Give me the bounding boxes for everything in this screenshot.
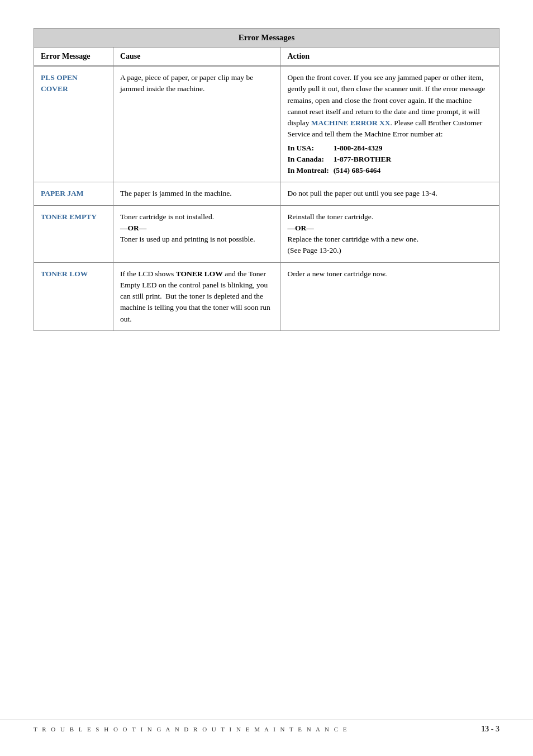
phone-label-montreal: In Montreal: bbox=[287, 165, 333, 176]
or-separator: —OR— bbox=[287, 224, 313, 232]
table-row: PAPER JAM The paper is jammed in the mac… bbox=[34, 182, 499, 205]
phone-label-canada: In Canada: bbox=[287, 154, 333, 165]
cause-toner-low: If the LCD shows TONER LOW and the Toner… bbox=[113, 262, 280, 330]
footer-left-text: T R O U B L E S H O O T I N G A N D R O … bbox=[34, 726, 349, 733]
error-code-toner-empty: TONER EMPTY bbox=[34, 205, 113, 262]
phone-number-usa: 1-800-284-4329 bbox=[334, 143, 392, 154]
machine-error-text: MACHINE ERROR XX bbox=[311, 119, 391, 127]
cause-paper-jam: The paper is jammed in the machine. bbox=[113, 182, 280, 205]
phone-label-usa: In USA: bbox=[287, 143, 333, 154]
action-toner-low: Order a new toner cartridge now. bbox=[280, 262, 499, 330]
error-code-text: TONER LOW bbox=[41, 270, 88, 278]
table-row: TONER EMPTY Toner cartridge is not insta… bbox=[34, 205, 499, 262]
action-paper-jam: Do not pull the paper out until you see … bbox=[280, 182, 499, 205]
phone-row-usa: In USA: 1-800-284-4329 bbox=[287, 143, 391, 154]
table-row: TONER LOW If the LCD shows TONER LOW and… bbox=[34, 262, 499, 330]
error-messages-table: Error Messages Error Message Cause Actio… bbox=[34, 29, 499, 330]
table-title-row: Error Messages bbox=[34, 29, 499, 48]
error-code-text: PLS OPEN COVER bbox=[41, 73, 78, 93]
column-header-row: Error Message Cause Action bbox=[34, 48, 499, 67]
cause-pls-open-cover: A page, piece of paper, or paper clip ma… bbox=[113, 66, 280, 182]
table-row: PLS OPEN COVER A page, piece of paper, o… bbox=[34, 66, 499, 182]
action-pls-open-cover: Open the front cover. If you see any jam… bbox=[280, 66, 499, 182]
toner-low-bold: TONER LOW bbox=[176, 270, 223, 278]
footer-right-text: 13 - 3 bbox=[481, 725, 499, 734]
error-code-text: PAPER JAM bbox=[41, 189, 84, 197]
error-code-toner-low: TONER LOW bbox=[34, 262, 113, 330]
error-messages-table-wrapper: Error Messages Error Message Cause Actio… bbox=[34, 28, 499, 331]
page-container: Error Messages Error Message Cause Actio… bbox=[0, 0, 533, 756]
col-header-action: Action bbox=[280, 48, 499, 67]
error-code-pls-open-cover: PLS OPEN COVER bbox=[34, 66, 113, 182]
error-code-text: TONER EMPTY bbox=[41, 212, 97, 221]
error-code-paper-jam: PAPER JAM bbox=[34, 182, 113, 205]
col-header-cause: Cause bbox=[113, 48, 280, 67]
phone-number-montreal: (514) 685-6464 bbox=[334, 165, 392, 176]
or-separator: —OR— bbox=[120, 224, 146, 232]
phone-number-canada: 1-877-BROTHER bbox=[334, 154, 392, 165]
footer: T R O U B L E S H O O T I N G A N D R O … bbox=[0, 720, 533, 734]
col-header-error: Error Message bbox=[34, 48, 113, 67]
cause-toner-empty: Toner cartridge is not installed. —OR— T… bbox=[113, 205, 280, 262]
phone-table: In USA: 1-800-284-4329 In Canada: 1-877-… bbox=[287, 143, 391, 177]
action-toner-empty: Reinstall the toner cartridge. —OR— Repl… bbox=[280, 205, 499, 262]
table-title: Error Messages bbox=[34, 29, 499, 48]
phone-row-montreal: In Montreal: (514) 685-6464 bbox=[287, 165, 391, 176]
phone-row-canada: In Canada: 1-877-BROTHER bbox=[287, 154, 391, 165]
